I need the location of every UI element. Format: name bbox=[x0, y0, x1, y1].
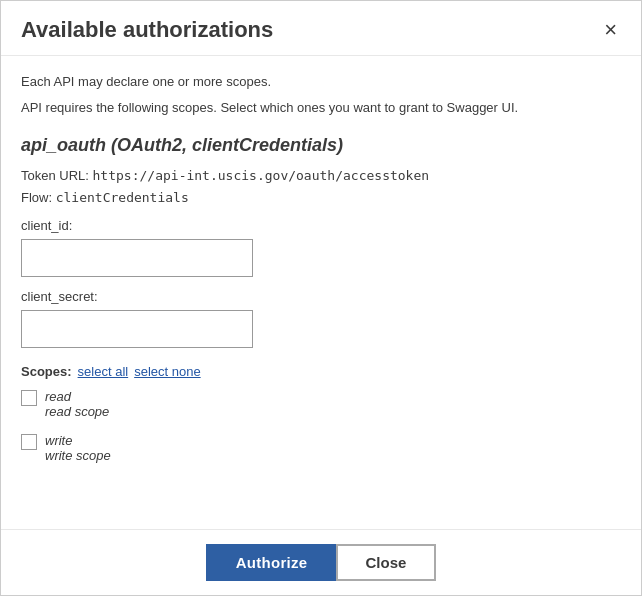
scopes-row: Scopes: select all select none bbox=[21, 364, 621, 379]
client-secret-label: client_secret: bbox=[21, 289, 621, 304]
client-secret-input[interactable] bbox=[21, 310, 253, 348]
modal-overlay: Available authorizations × Each API may … bbox=[0, 0, 642, 596]
oauth-section-title: api_oauth (OAuth2, clientCredentials) bbox=[21, 135, 621, 156]
modal-body: Each API may declare one or more scopes.… bbox=[1, 56, 641, 529]
scope-write-checkbox[interactable] bbox=[21, 434, 37, 450]
flow-label: Flow: bbox=[21, 190, 52, 205]
client-id-input[interactable] bbox=[21, 239, 253, 277]
scope-read-desc: read scope bbox=[45, 404, 109, 419]
modal-close-button[interactable]: × bbox=[600, 19, 621, 41]
scope-write-desc: write scope bbox=[45, 448, 111, 463]
scopes-label: Scopes: bbox=[21, 364, 72, 379]
token-url-row: Token URL: https://api-int.uscis.gov/oau… bbox=[21, 166, 621, 184]
description-line2: API requires the following scopes. Selec… bbox=[21, 98, 621, 118]
scope-read-checkbox[interactable] bbox=[21, 390, 37, 406]
close-footer-button[interactable]: Close bbox=[336, 544, 437, 581]
description-line1: Each API may declare one or more scopes. bbox=[21, 72, 621, 92]
modal-title: Available authorizations bbox=[21, 17, 273, 43]
client-id-label: client_id: bbox=[21, 218, 621, 233]
flow-value: clientCredentials bbox=[56, 190, 189, 205]
modal-header: Available authorizations × bbox=[1, 1, 641, 56]
select-all-button[interactable]: select all bbox=[78, 364, 129, 379]
select-none-button[interactable]: select none bbox=[134, 364, 201, 379]
scope-item-read: read read scope bbox=[21, 389, 621, 419]
authorize-button[interactable]: Authorize bbox=[206, 544, 338, 581]
authorization-modal: Available authorizations × Each API may … bbox=[0, 0, 642, 596]
scope-write-name: write bbox=[45, 433, 111, 448]
modal-footer: Authorize Close bbox=[1, 529, 641, 595]
token-url-value: https://api-int.uscis.gov/oauth/accessto… bbox=[93, 168, 430, 183]
flow-row: Flow: clientCredentials bbox=[21, 188, 621, 206]
scope-read-name: read bbox=[45, 389, 109, 404]
scope-item-write: write write scope bbox=[21, 433, 621, 463]
token-url-label: Token URL: bbox=[21, 168, 89, 183]
